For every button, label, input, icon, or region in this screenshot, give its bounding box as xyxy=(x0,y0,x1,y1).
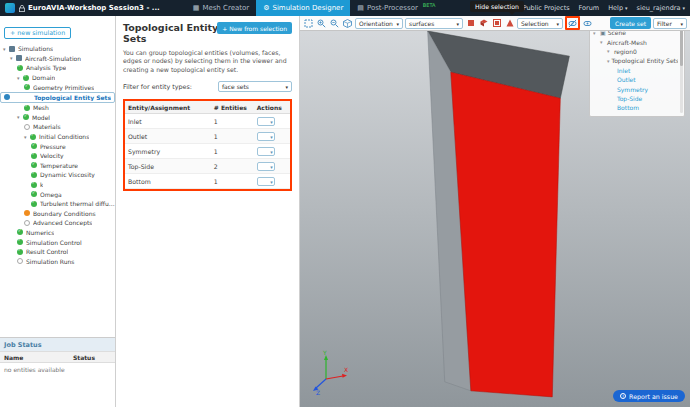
new-simulation-button[interactable]: + new simulation xyxy=(4,27,71,39)
tree-item-simulations[interactable]: Simulations xyxy=(0,44,115,54)
check-icon xyxy=(30,134,36,140)
col-actions: Actions xyxy=(254,101,290,114)
tree-item-temperature[interactable]: Temperature xyxy=(0,161,115,171)
check-icon xyxy=(23,75,29,81)
info-icon xyxy=(620,393,626,399)
tree-item-mesh[interactable]: Mesh xyxy=(0,103,115,113)
table-row[interactable]: Top-Side 2 xyxy=(125,159,290,174)
zoom-in-icon[interactable] xyxy=(316,18,327,29)
table-row[interactable]: Symmetry 1 xyxy=(125,144,290,159)
chevron-down-icon xyxy=(394,20,399,27)
tree-item-result-control[interactable]: Result Control xyxy=(0,247,115,257)
scene-tree-scrollbar[interactable] xyxy=(680,28,683,113)
nav-forum[interactable]: Forum xyxy=(579,4,600,12)
user-menu[interactable]: sieu_rajendra xyxy=(637,4,685,12)
tree-item-analysis-type[interactable]: Analysis Type xyxy=(0,63,115,73)
pick-face-icon[interactable] xyxy=(465,18,476,29)
chevron-down-icon[interactable] xyxy=(607,58,610,64)
filter-select[interactable]: Filter xyxy=(653,18,687,29)
tree-item-initial-conditions[interactable]: Initial Conditions xyxy=(0,132,115,142)
new-from-selection-button[interactable]: + New from selection xyxy=(217,22,292,34)
tree-item-advanced-concepts[interactable]: Advanced Concepts xyxy=(0,218,115,228)
tree-item-numerics[interactable]: Numerics xyxy=(0,228,115,238)
chart-icon: ▤ xyxy=(357,5,364,12)
job-status-col-name: Name xyxy=(4,354,73,361)
annotation-box-hide-selection xyxy=(565,16,580,30)
app-logo[interactable] xyxy=(5,3,15,13)
chevron-down-icon[interactable] xyxy=(600,39,605,45)
scene-tree-item-aircraft-mesh[interactable]: Aircraft-Mesh xyxy=(593,37,678,46)
hide-selection-icon[interactable] xyxy=(568,19,577,28)
entity-count: 1 xyxy=(211,129,254,144)
tree-item-materials[interactable]: Materials xyxy=(0,122,115,132)
tree-item-velocity[interactable]: Velocity xyxy=(0,151,115,161)
tree-item-boundary-conditions[interactable]: Boundary Conditions xyxy=(0,209,115,219)
tab-post-processor[interactable]: ▤ Post-Processor BETA xyxy=(350,0,442,16)
entity-type-filter-select[interactable]: face sets xyxy=(218,81,292,92)
row-actions-select[interactable] xyxy=(257,177,275,186)
scene-tree-item-bottom[interactable]: Bottom xyxy=(593,103,678,112)
simulations-icon xyxy=(9,46,15,52)
chevron-down-icon xyxy=(454,20,459,27)
axis-y-label: Y xyxy=(322,349,327,356)
create-set-button[interactable]: Create set xyxy=(610,17,651,29)
tree-item-aircraft-simulation[interactable]: Aircraft-Simulation xyxy=(0,54,115,64)
nav-help-menu[interactable]: Help xyxy=(608,4,627,12)
tree-item-turbulent-thermal-diffusivity[interactable]: Turbulent thermal diffusivity xyxy=(0,199,115,209)
row-actions-select[interactable] xyxy=(257,162,275,171)
viewport[interactable]: Orientation surfaces Selection Create se… xyxy=(300,16,690,407)
tree-item-omega[interactable]: Omega xyxy=(0,189,115,199)
entity-name: Symmetry xyxy=(125,144,211,159)
clear-selection-icon[interactable] xyxy=(504,18,515,29)
tree-item-geometry-primitives[interactable]: Geometry Primitives xyxy=(0,82,115,92)
col-entity-assignment: Entity/Assignment xyxy=(125,101,211,114)
scene-tree-item-outlet[interactable]: Outlet xyxy=(593,75,678,84)
topological-entity-sets-panel: Topological Entity Sets + New from selec… xyxy=(116,16,300,407)
panel-description: You can group topological entities (volu… xyxy=(123,49,292,74)
scene-tree-item-topological-entity-sets[interactable]: Topological Entity Sets xyxy=(593,56,678,65)
chevron-down-icon xyxy=(268,148,273,155)
entity-name: Outlet xyxy=(125,129,211,144)
report-issue-button[interactable]: Report an issue xyxy=(613,390,685,402)
chevron-down-icon xyxy=(678,20,683,27)
tab-mesh-creator[interactable]: ▦ Mesh Creator xyxy=(186,0,256,16)
scene-tree-item-region0[interactable]: region0 xyxy=(593,47,678,56)
check-icon xyxy=(31,191,37,197)
check-icon xyxy=(17,249,23,255)
table-row[interactable]: Outlet 1 xyxy=(125,129,290,144)
nav-public-projects[interactable]: Public Projects xyxy=(523,4,570,12)
table-row[interactable]: Bottom 1 xyxy=(125,174,290,189)
pick-volume-icon[interactable] xyxy=(478,18,489,29)
tree-item-pressure[interactable]: Pressure xyxy=(0,141,115,151)
zoom-fit-icon[interactable] xyxy=(303,18,314,29)
table-row[interactable]: Inlet 1 xyxy=(125,114,290,129)
show-selection-icon[interactable] xyxy=(582,18,593,29)
tree-item-simulation-runs[interactable]: Simulation Runs xyxy=(0,256,115,266)
check-icon xyxy=(24,105,30,111)
circle-icon xyxy=(24,124,30,130)
scene-tree-item-symmetry[interactable]: Symmetry xyxy=(593,84,678,93)
row-actions-select[interactable] xyxy=(257,117,275,126)
row-actions-select[interactable] xyxy=(257,147,275,156)
scene-tree-item-top-side[interactable]: Top-Side xyxy=(593,94,678,103)
tree-item-topological-entity-sets[interactable]: Topological Entity Sets xyxy=(0,92,115,103)
selected-bullet-icon xyxy=(4,94,10,100)
check-icon xyxy=(24,84,30,90)
isometric-view-icon[interactable] xyxy=(342,18,353,29)
tree-item-k[interactable]: k xyxy=(0,180,115,190)
selection-select[interactable]: Selection xyxy=(517,18,563,29)
row-actions-select[interactable] xyxy=(257,132,275,141)
tree-item-simulation-control[interactable]: Simulation Control xyxy=(0,237,115,247)
tab-simulation-designer[interactable]: ⚙ Simulation Designer xyxy=(256,0,350,16)
circle-icon xyxy=(17,258,23,264)
orientation-select[interactable]: Orientation xyxy=(355,18,403,29)
chevron-down-icon[interactable] xyxy=(607,48,612,54)
invert-selection-icon[interactable] xyxy=(491,18,502,29)
tree-item-model[interactable]: Model xyxy=(0,113,115,123)
render-mode-select[interactable]: surfaces xyxy=(405,18,463,29)
zoom-out-icon[interactable] xyxy=(329,18,340,29)
chevron-down-icon xyxy=(283,83,288,90)
tree-item-dynamic-viscosity[interactable]: Dynamic Viscosity xyxy=(0,170,115,180)
scene-tree-item-inlet[interactable]: Inlet xyxy=(593,66,678,75)
tree-item-domain[interactable]: Domain xyxy=(0,73,115,83)
